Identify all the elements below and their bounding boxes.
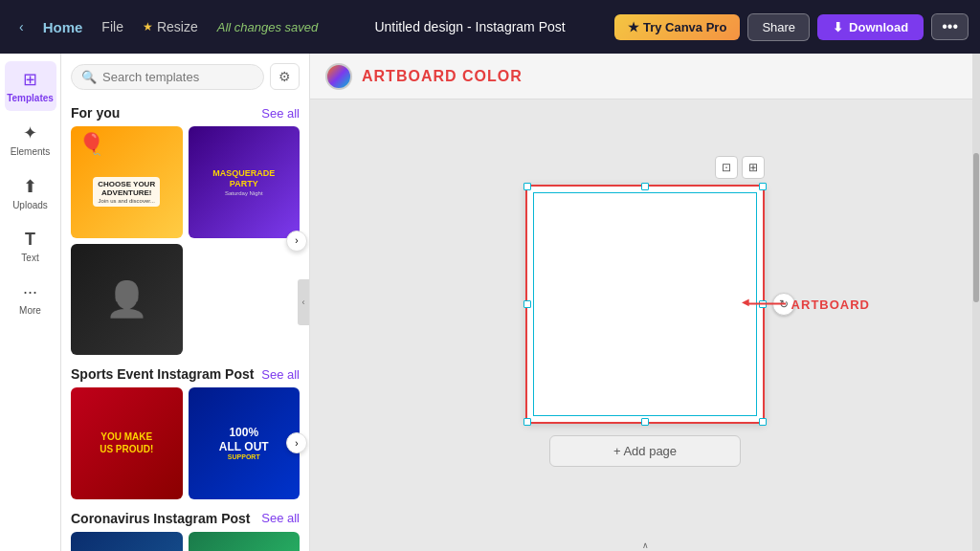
search-input[interactable]	[102, 70, 254, 84]
sports-title: Sports Event Instagram Post	[71, 366, 254, 382]
text-label: Text	[21, 253, 38, 263]
panel-collapse-button[interactable]: ‹	[298, 279, 309, 325]
back-icon: ‹	[19, 19, 24, 34]
share-button[interactable]: Share	[747, 13, 810, 41]
artboard-label-text: ARTBOARD	[791, 297, 870, 311]
template-thumb-covid-blue[interactable]: We salute allfrontliners	[71, 532, 183, 552]
topbar-center: Untitled design - Instagram Post	[333, 19, 607, 34]
balloon-icon: 🎈	[78, 132, 104, 157]
sidebar-item-more[interactable]: ··· More	[5, 275, 56, 323]
for-you-next-arrow[interactable]: ›	[286, 231, 307, 252]
sports-blue-big-text: 100%ALL OUT	[219, 426, 269, 453]
for-you-see-all[interactable]: See all	[261, 106, 300, 121]
uploads-label: Uploads	[12, 200, 48, 210]
resize-artboard-button[interactable]: ⊞	[742, 156, 765, 179]
templates-panel: 🔍 ⚙ For you See all 🎈 CHOOSE YOURADVENTU…	[61, 54, 310, 551]
handle-bottom-mid[interactable]	[641, 418, 649, 426]
sports-see-all[interactable]: See all	[261, 367, 300, 382]
more-options-button[interactable]: •••	[931, 13, 969, 40]
template-thumb-adventure[interactable]: 🎈 CHOOSE YOURADVENTURE! Join us and disc…	[71, 126, 183, 238]
sidebar-item-templates[interactable]: ⊞ Templates	[5, 61, 56, 111]
sidebar-icons: ⊞ Templates ✦ Elements ⬆ Uploads T Text …	[0, 54, 61, 551]
sports-section-header: Sports Event Instagram Post See all	[71, 366, 300, 382]
canvas-content: ⊡ ⊞	[525, 185, 765, 467]
artboard-label-arrow: ARTBOARD	[747, 297, 870, 311]
duplicate-artboard-button[interactable]: ⊡	[715, 156, 738, 179]
save-status: All changes saved	[210, 16, 326, 38]
uploads-icon: ⬆	[23, 176, 37, 197]
template-thumb-dark[interactable]: 👤	[71, 244, 183, 356]
templates-scroll[interactable]: For you See all 🎈 CHOOSE YOURADVENTURE! …	[61, 96, 309, 551]
handle-top-mid[interactable]	[641, 183, 649, 190]
try-canva-label: Try Canva Pro	[643, 20, 726, 34]
canvas-area: ARTBOARD COLOR ⊡ ⊞	[310, 54, 980, 551]
canvas-vscroll-thumb[interactable]	[973, 153, 979, 302]
template-thumb-masquerade[interactable]: MASQUERADEPARTY Saturday Night	[189, 126, 301, 238]
search-bar: 🔍 ⚙	[61, 54, 309, 96]
artboard-color-swatch[interactable]	[325, 63, 352, 90]
handle-bottom-left[interactable]	[523, 418, 531, 426]
search-icon: 🔍	[81, 70, 97, 84]
more-label: More	[19, 305, 41, 316]
filter-button[interactable]: ⚙	[270, 63, 300, 90]
back-button[interactable]: ‹	[11, 15, 32, 38]
artboard-color-bar: ARTBOARD COLOR	[310, 54, 980, 99]
sidebar-item-elements[interactable]: ✦ Elements	[5, 115, 56, 165]
templates-label: Templates	[7, 93, 54, 103]
adventure-main-text: CHOOSE YOURADVENTURE!	[98, 180, 155, 198]
sports-highlight: YOU MAKEUS PROUD!	[100, 431, 153, 454]
text-icon: T	[25, 230, 35, 250]
scroll-up-indicator[interactable]: ∧	[634, 540, 657, 551]
for-you-grid: 🎈 CHOOSE YOURADVENTURE! Join us and disc…	[71, 126, 300, 355]
handle-left-mid[interactable]	[523, 300, 531, 308]
portrait-icon: 👤	[105, 279, 148, 320]
search-input-wrap: 🔍	[71, 64, 264, 90]
masquerade-text: MASQUERADEPARTY	[212, 168, 275, 190]
artboard-wrapper: ⊡ ⊞	[525, 185, 765, 424]
covid-title: Coronavirus Instagram Post	[71, 511, 251, 526]
covid-section-header: Coronavirus Instagram Post See all	[71, 511, 300, 526]
resize-star-icon: ★	[143, 20, 153, 33]
elements-icon: ✦	[23, 122, 37, 143]
for-you-section-header: For you See all	[71, 105, 300, 121]
download-icon: ⬇	[833, 20, 843, 34]
sidebar-item-text[interactable]: T Text	[5, 222, 56, 271]
elements-label: Elements	[11, 146, 51, 157]
resize-label: Resize	[157, 19, 198, 34]
download-label: Download	[849, 20, 908, 34]
sports-next-arrow[interactable]: ›	[286, 432, 307, 453]
file-menu[interactable]: File	[94, 15, 131, 38]
topbar: ‹ Home File ★ Resize All changes saved U…	[0, 0, 980, 54]
home-link[interactable]: Home	[35, 15, 91, 39]
document-title[interactable]: Untitled design - Instagram Post	[374, 19, 565, 34]
topbar-left: ‹ Home File ★ Resize All changes saved	[11, 15, 325, 39]
resize-button[interactable]: ★ Resize	[135, 15, 206, 38]
handle-top-right[interactable]	[759, 183, 767, 190]
canvas-vertical-scrollbar[interactable]	[972, 54, 980, 551]
template-thumb-sports-blue[interactable]: 100%ALL OUT SUPPORT	[189, 387, 301, 499]
sidebar-item-uploads[interactable]: ⬆ Uploads	[5, 168, 56, 218]
artboard-inner-border	[533, 192, 757, 416]
sports-blue-support: SUPPORT	[228, 453, 260, 460]
more-icon: ···	[23, 282, 37, 302]
download-button[interactable]: ⬇ Download	[817, 14, 924, 40]
try-canva-button[interactable]: ★ Try Canva Pro	[614, 14, 740, 40]
add-page-button[interactable]: + Add page	[549, 435, 741, 467]
template-thumb-sports-red[interactable]: YOU MAKEUS PROUD!	[71, 387, 183, 499]
handle-top-left[interactable]	[523, 183, 531, 190]
adventure-text-overlay: CHOOSE YOURADVENTURE! Join us and discov…	[93, 177, 160, 207]
adventure-sub-text: Join us and discover...	[98, 198, 155, 204]
artboard-toolbar: ⊡ ⊞	[715, 156, 765, 179]
main-layout: ⊞ Templates ✦ Elements ⬆ Uploads T Text …	[0, 54, 980, 551]
artboard-arrow-line	[747, 303, 786, 305]
template-thumb-covid-green[interactable]: 24/7 COVIDRESPONSE	[189, 532, 301, 552]
canvas-scroll[interactable]: ⊡ ⊞	[310, 99, 980, 551]
for-you-title: For you	[71, 105, 120, 121]
topbar-right: ★ Try Canva Pro Share ⬇ Download •••	[614, 13, 969, 41]
handle-bottom-right[interactable]	[759, 418, 767, 426]
covid-see-all[interactable]: See all	[261, 511, 300, 525]
artboard-container[interactable]	[525, 185, 765, 424]
covid-grid: We salute allfrontliners 24/7 COVIDRESPO…	[71, 532, 300, 552]
sports-grid: YOU MAKEUS PROUD! 100%ALL OUT SUPPORT ›	[71, 387, 300, 499]
canva-star-icon: ★	[628, 20, 639, 34]
